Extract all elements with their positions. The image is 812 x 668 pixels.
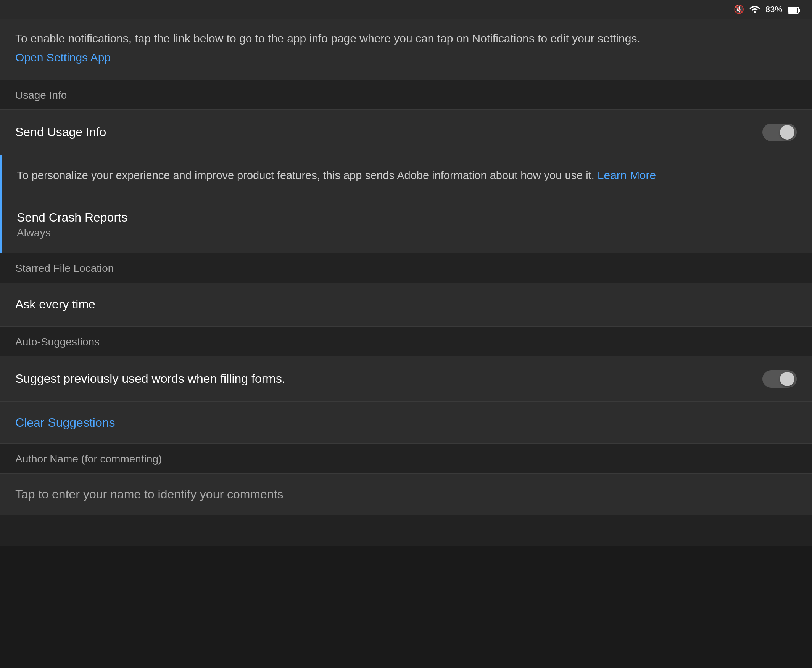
battery-icon <box>788 3 800 17</box>
starred-file-location-section-header: Starred File Location <box>0 253 812 283</box>
status-bar: 🔇 83% <box>0 0 812 19</box>
wifi-icon <box>749 4 760 15</box>
tap-name-row[interactable]: Tap to enter your name to identify your … <box>0 474 812 516</box>
send-crash-reports-label-container: Send Crash Reports Always <box>17 210 797 239</box>
send-usage-info-toggle[interactable] <box>762 124 797 141</box>
suggest-words-label: Suggest previously used words when filli… <box>15 372 285 386</box>
ask-every-time-label-container: Ask every time <box>15 297 797 313</box>
send-crash-reports-title: Send Crash Reports <box>17 210 797 226</box>
author-name-header-label: Author Name (for commenting) <box>15 453 162 465</box>
notification-description: To enable notifications, tap the link be… <box>15 30 797 47</box>
clear-suggestions-row[interactable]: Clear Suggestions <box>0 402 812 444</box>
send-usage-info-row[interactable]: Send Usage Info <box>0 110 812 155</box>
ask-every-time-label: Ask every time <box>15 297 95 311</box>
usage-info-description-row: To personalize your experience and impro… <box>0 155 812 196</box>
suggest-toggle-track <box>762 370 797 388</box>
usage-info-section-header: Usage Info <box>0 80 812 110</box>
suggest-words-row[interactable]: Suggest previously used words when filli… <box>0 356 812 402</box>
toggle-thumb <box>780 125 794 140</box>
author-name-section-header: Author Name (for commenting) <box>0 444 812 474</box>
auto-suggestions-section-header: Auto-Suggestions <box>0 327 812 356</box>
send-usage-info-label-container: Send Usage Info <box>15 124 762 140</box>
svg-point-0 <box>753 12 755 13</box>
clear-suggestions-label[interactable]: Clear Suggestions <box>15 416 115 429</box>
open-settings-link[interactable]: Open Settings App <box>15 51 110 63</box>
bottom-section <box>0 516 812 546</box>
auto-suggestions-header-label: Auto-Suggestions <box>15 336 100 348</box>
learn-more-link[interactable]: Learn More <box>598 169 656 182</box>
ask-every-time-row[interactable]: Ask every time <box>0 283 812 327</box>
send-crash-reports-row[interactable]: Send Crash Reports Always <box>0 196 812 254</box>
toggle-track <box>762 124 797 141</box>
suggest-words-label-container: Suggest previously used words when filli… <box>15 371 762 387</box>
send-crash-reports-subtitle: Always <box>17 227 797 239</box>
mute-icon: 🔇 <box>734 5 744 15</box>
suggest-words-toggle[interactable] <box>762 370 797 388</box>
suggest-toggle-thumb <box>780 372 794 386</box>
send-usage-info-label: Send Usage Info <box>15 125 106 139</box>
tap-name-label: Tap to enter your name to identify your … <box>15 487 283 501</box>
svg-rect-2 <box>789 8 797 13</box>
usage-info-description: To personalize your experience and impro… <box>17 167 797 184</box>
starred-file-location-header-label: Starred File Location <box>15 262 114 274</box>
usage-info-header-label: Usage Info <box>15 89 67 101</box>
battery-percent: 83% <box>765 5 782 15</box>
svg-rect-3 <box>799 9 800 12</box>
notification-section: To enable notifications, tap the link be… <box>0 19 812 80</box>
